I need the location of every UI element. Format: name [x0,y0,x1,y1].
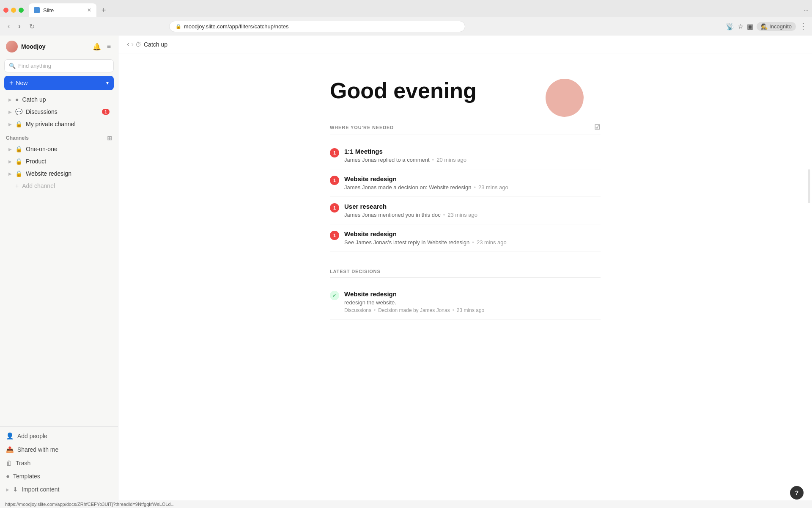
sidebar-item-website-redesign[interactable]: ▶ 🔒 Website redesign [3,168,115,179]
url-bar[interactable]: 🔒 moodjoy.slite.com/app/filters/catchup/… [169,21,465,32]
add-icon: + [15,182,19,189]
lock-icon: 🔒 [176,24,181,29]
browser-tab[interactable]: Slite ✕ [29,3,96,17]
minimize-button[interactable] [11,8,16,13]
content-inner: Good evening WHERE YOU'RE NEEDED ☑ 1 1:1… [313,53,617,337]
status-url: https://moodjoy.slite.com/app/docs/ZRhfC… [5,502,175,507]
lock-icon: 🔒 [15,146,22,152]
main-header: ‹ › ⏱ Catch up [118,36,812,53]
url-text: moodjoy.slite.com/app/filters/catchup/no… [184,23,289,30]
address-bar: ‹ › ↻ 🔒 moodjoy.slite.com/app/filters/ca… [0,17,812,36]
discussions-icon: 💬 [15,108,22,115]
notification-badge: 1 [330,203,339,213]
catchup-icon: ● [15,96,19,103]
discussions-badge: 1 [102,109,110,115]
sidebar-bottom: 👤 Add people 📤 Shared with me 🗑 Trash ● … [0,426,118,500]
app-container: Moodjoy 🔔 ≡ 🔍 Find anything + New ▾ ▶ ● … [0,36,812,500]
tab-title: Slite [43,7,54,14]
tab-favicon [34,7,40,13]
notification-desc: See James Jonas's latest reply in Websit… [344,239,601,246]
search-bar[interactable]: 🔍 Find anything [4,59,114,72]
browser-chrome: Slite ✕ + ⋯ ‹ › ↻ 🔒 moodjoy.slite.com/ap… [0,0,812,36]
chevron-down-icon: ▾ [106,80,109,86]
templates-item[interactable]: ● Templates [0,469,118,483]
trash-label: Trash [16,460,30,467]
nav-back-button[interactable]: ‹ [127,40,129,49]
cast-icon[interactable]: 📡 [726,22,734,30]
notification-badge: 1 [330,231,339,240]
sidebar-item-catchup[interactable]: ▶ ● Catch up [3,94,115,105]
shared-with-me-item[interactable]: 📤 Shared with me [0,443,118,456]
notification-desc: James Jonas replied to a comment • 20 mi… [344,157,601,163]
sidebar-item-one-on-one[interactable]: ▶ 🔒 One-on-one [3,143,115,155]
catchup-label: Catch up [22,96,110,103]
templates-icon: ● [6,472,10,480]
expand-icon: ▶ [8,159,12,164]
notification-item-0[interactable]: 1 1:1 Meetings James Jonas replied to a … [330,142,601,169]
import-content-item[interactable]: ▶ ⬇ Import content [0,483,118,496]
notification-item-2[interactable]: 1 User research James Jonas mentioned yo… [330,197,601,224]
layout-icon[interactable]: ≡ [106,41,112,52]
scrollbar-thumb[interactable] [808,169,810,203]
check-all-icon[interactable]: ☑ [594,123,601,131]
close-button[interactable] [3,8,8,13]
sidebar-item-private[interactable]: ▶ 🔒 My private channel [3,118,115,130]
breadcrumb: ‹ › ⏱ Catch up [127,40,167,49]
notification-title: Website redesign [344,230,601,237]
channels-label: Channels [6,135,107,141]
expand-icon: ▶ [6,487,9,492]
breadcrumb-label: Catch up [144,41,167,48]
browser-actions: 📡 ☆ ▣ 🕵 Incognito ⋮ [726,22,807,31]
maximize-button[interactable] [19,8,24,13]
tab-close-icon[interactable]: ✕ [87,7,91,13]
where-needed-section: WHERE YOU'RE NEEDED ☑ 1 1:1 Meetings Jam… [330,123,601,252]
notification-desc: James Jonas mentioned you in this doc • … [344,212,601,218]
trash-item[interactable]: 🗑 Trash [0,456,118,469]
new-tab-button[interactable]: + [98,6,110,15]
notification-content: 1:1 Meetings James Jonas replied to a co… [344,148,601,163]
notification-content: User research James Jonas mentioned you … [344,203,601,218]
discussions-label: Discussions [26,108,99,115]
latest-decisions-title: LATEST DECISIONS [330,269,601,278]
sidebar-item-discussions[interactable]: ▶ 💬 Discussions 1 [3,106,115,118]
forward-button[interactable]: › [16,22,23,31]
add-channel-icon[interactable]: ⊞ [107,135,112,141]
templates-label: Templates [13,473,40,480]
incognito-button[interactable]: 🕵 Incognito [757,22,796,31]
trash-icon: 🗑 [6,459,12,467]
expand-icon: ▶ [8,171,12,176]
add-people-item[interactable]: 👤 Add people [0,429,118,443]
sidebar-item-product[interactable]: ▶ 🔒 Product [3,155,115,167]
decision-meta: Discussions • Decision made by James Jon… [344,307,601,313]
notification-item-1[interactable]: 1 Website redesign James Jonas made a de… [330,169,601,197]
add-channel-label: Add channel [22,182,110,189]
notification-icon[interactable]: 🔔 [91,41,102,52]
sidebar-item-add-channel[interactable]: ▶ + Add channel [3,180,115,192]
lock-icon: 🔒 [15,170,22,177]
back-button[interactable]: ‹ [5,22,12,31]
help-button[interactable]: ? [790,486,804,500]
notification-content: Website redesign James Jonas made a deci… [344,175,601,190]
notification-content: Website redesign See James Jonas's lates… [344,230,601,246]
new-button[interactable]: + New ▾ [4,76,114,90]
expand-icon: ▶ [8,97,12,102]
bookmark-icon[interactable]: ☆ [738,22,743,30]
status-bar: https://moodjoy.slite.com/app/docs/ZRhfC… [0,500,812,508]
new-button-label: New [16,80,104,86]
incognito-icon: 🕵 [761,23,768,30]
reload-button[interactable]: ↻ [27,22,37,31]
channels-section-header: Channels ⊞ [0,130,118,143]
tab-expand-icon[interactable]: ⋯ [804,8,809,14]
traffic-lights [3,8,24,13]
menu-icon[interactable]: ⋮ [799,22,807,31]
add-people-label: Add people [17,433,47,439]
sidebar-icon[interactable]: ▣ [747,22,753,30]
decision-item-0[interactable]: ✓ Website redesign redesign the website.… [330,284,601,320]
notification-item-3[interactable]: 1 Website redesign See James Jonas's lat… [330,224,601,252]
lock-icon: 🔒 [15,121,22,127]
import-icon: ⬇ [13,486,18,493]
nav-forward-button[interactable]: › [131,40,134,49]
latest-decisions-section: LATEST DECISIONS ✓ Website redesign rede… [330,269,601,320]
product-label: Product [26,158,110,165]
content-area: Good evening WHERE YOU'RE NEEDED ☑ 1 1:1… [118,53,812,500]
